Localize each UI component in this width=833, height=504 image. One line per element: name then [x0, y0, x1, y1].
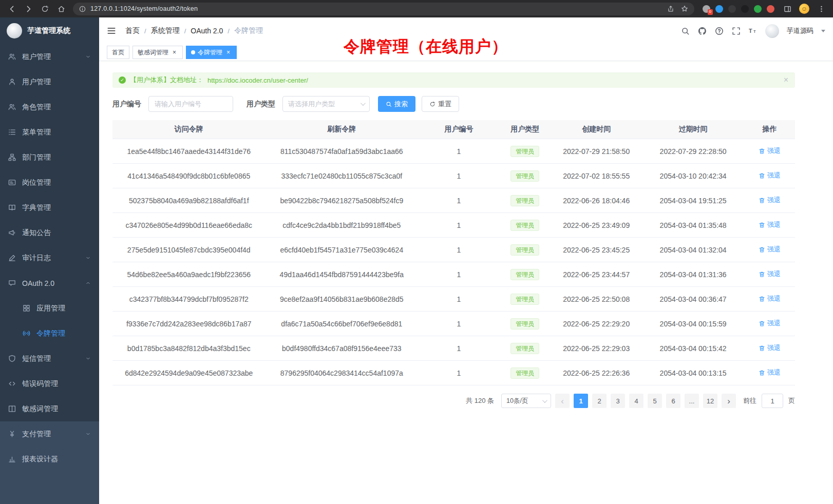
table-row: f9336e7c7dd242a283ee98dc86b17a87dfa6c71a… — [112, 312, 795, 336]
breadcrumb-item[interactable]: 首页 — [125, 26, 140, 35]
user-name[interactable]: 芋道源码 — [787, 26, 813, 35]
extension-red-icon[interactable] — [767, 5, 774, 13]
sidebar-item-notice[interactable]: 通知公告 — [0, 220, 99, 245]
site-info-icon[interactable] — [79, 6, 86, 12]
app-logo[interactable]: 芋道管理系统 — [0, 17, 99, 44]
next-page-button[interactable] — [722, 394, 736, 408]
fullscreen-icon[interactable] — [732, 27, 741, 35]
bookmark-star-icon[interactable] — [681, 5, 688, 12]
user-id-input[interactable] — [148, 96, 233, 112]
breadcrumb-item[interactable]: OAuth 2.0 — [191, 27, 223, 35]
extension-dark-icon[interactable] — [728, 5, 736, 13]
browser-profile-avatar[interactable] — [799, 4, 809, 14]
user-type-cell: 管理员 — [500, 146, 551, 157]
question-icon[interactable] — [715, 27, 724, 35]
force-logout-button[interactable]: 强退 — [759, 171, 781, 180]
browser-menu-icon[interactable] — [817, 4, 826, 13]
user-type-badge: 管理员 — [510, 367, 539, 379]
side-panel-icon[interactable] — [783, 4, 792, 13]
share-icon[interactable] — [667, 5, 674, 12]
tab-close-icon[interactable] — [171, 49, 178, 56]
force-logout-button[interactable]: 强退 — [759, 294, 781, 303]
page-size-select[interactable]: 10条/页 — [501, 394, 551, 408]
sidebar-item-role[interactable]: 角色管理 — [0, 94, 99, 120]
sidebar-item-menu[interactable]: 菜单管理 — [0, 120, 99, 145]
token-table: 访问令牌刷新令牌用户编号用户类型创建时间过期时间操作 1ea5e44f8bc14… — [112, 120, 795, 385]
force-logout-button[interactable]: 强退 — [759, 343, 781, 353]
page-button-1[interactable]: 1 — [574, 394, 588, 408]
view-tab-2[interactable]: 令牌管理 — [186, 46, 237, 59]
forward-icon[interactable] — [24, 4, 33, 13]
breadcrumb-item[interactable]: 系统管理 — [151, 26, 180, 35]
sidebar-item-label: 错误码管理 — [22, 379, 58, 389]
sidebar-item-audit-log[interactable]: 审计日志 — [0, 245, 99, 270]
sidebar-item-pay[interactable]: 支付管理 — [0, 421, 99, 447]
page-button-3[interactable]: 3 — [611, 394, 625, 408]
page-button-4[interactable]: 4 — [629, 394, 643, 408]
page-button-12[interactable]: 12 — [703, 394, 717, 408]
page-button-5[interactable]: 5 — [648, 394, 662, 408]
reset-button[interactable]: 重置 — [422, 96, 459, 112]
tab-close-icon[interactable] — [225, 49, 232, 56]
prev-page-button[interactable] — [555, 394, 570, 408]
doc-link[interactable]: https://doc.iocoder.cn/user-center/ — [207, 76, 308, 84]
sidebar-item-sms[interactable]: 短信管理 — [0, 346, 99, 371]
sidebar-item-oauth2-token[interactable]: 令牌管理 — [0, 321, 99, 346]
sidebar-item-sensitive-word[interactable]: 敏感词管理 — [0, 396, 99, 421]
list-icon — [8, 128, 16, 136]
force-logout-button[interactable]: 强退 — [759, 269, 781, 279]
table-row: c342377bf8b344799dcbf7bf095287f29ce8ef2a… — [112, 287, 795, 312]
action-cell: 强退 — [744, 196, 795, 205]
extension-black-icon[interactable] — [741, 5, 749, 13]
extension-blue-icon[interactable] — [715, 5, 723, 13]
force-logout-button[interactable]: 强退 — [759, 196, 781, 205]
user-id-cell: 1 — [418, 295, 500, 303]
page-button-2[interactable]: 2 — [592, 394, 607, 408]
sidebar-item-dept[interactable]: 部门管理 — [0, 145, 99, 170]
fontsize-icon[interactable]: TT — [749, 27, 758, 35]
view-tab-0[interactable]: 首页 — [107, 46, 129, 59]
expire-time-cell: 2054-03-10 20:42:34 — [642, 172, 744, 180]
filter-bar: 用户编号 用户类型 请选择用户类型 搜索 重置 — [112, 96, 795, 112]
sidebar-item-post[interactable]: 岗位管理 — [0, 170, 99, 195]
sidebar-item-oauth2[interactable]: OAuth 2.0 — [0, 270, 99, 296]
tab-label: 首页 — [112, 48, 124, 57]
view-tab-1[interactable]: 敏感词管理 — [132, 46, 183, 59]
user-avatar[interactable] — [765, 24, 779, 38]
sidebar-item-error-code[interactable]: 错误码管理 — [0, 371, 99, 396]
force-logout-button[interactable]: 强退 — [759, 146, 781, 156]
force-logout-button[interactable]: 强退 — [759, 319, 781, 328]
user-type-cell: 管理员 — [500, 269, 551, 280]
table-row: 54d6be82ee5a460a9aedc1f9bf22365649d1aa46… — [112, 262, 795, 287]
expire-time-cell: 2054-03-04 00:13:15 — [642, 369, 744, 377]
force-logout-button[interactable]: 强退 — [759, 368, 781, 377]
grid-icon — [23, 304, 31, 312]
more-pages-button[interactable]: ... — [685, 394, 699, 408]
github-icon[interactable] — [698, 27, 707, 35]
sidebar-item-oauth2-app[interactable]: 应用管理 — [0, 296, 99, 321]
home-icon[interactable] — [56, 4, 66, 13]
search-button[interactable]: 搜索 — [378, 96, 415, 112]
back-icon[interactable] — [7, 4, 16, 13]
force-logout-button[interactable]: 强退 — [759, 220, 781, 229]
search-icon[interactable] — [681, 27, 690, 35]
sidebar-item-dict[interactable]: 字典管理 — [0, 195, 99, 220]
extension-puzzle-icon[interactable]: 0 — [703, 5, 710, 13]
chevron-down-icon[interactable] — [821, 30, 825, 32]
user-type-badge: 管理员 — [510, 146, 539, 157]
collapse-sidebar-icon[interactable] — [107, 26, 116, 35]
expire-time-cell: 2054-03-04 01:31:36 — [642, 270, 744, 279]
address-bar[interactable]: 127.0.0.1:1024/system/oauth2/token — [73, 3, 694, 15]
alert-close-icon[interactable] — [784, 75, 788, 85]
reload-icon[interactable] — [40, 4, 49, 13]
goto-page-input[interactable] — [762, 394, 783, 408]
extension-green-icon[interactable] — [754, 5, 762, 13]
sidebar-item-report-designer[interactable]: 报表设计器 — [0, 447, 99, 472]
page-button-6[interactable]: 6 — [666, 394, 680, 408]
trash-icon — [759, 370, 765, 376]
sidebar-item-user[interactable]: 用户管理 — [0, 69, 99, 94]
force-logout-button[interactable]: 强退 — [759, 245, 781, 254]
sidebar-item-tenant[interactable]: 租户管理 — [0, 44, 99, 69]
app-title: 芋道管理系统 — [27, 26, 70, 35]
user-type-select[interactable]: 请选择用户类型 — [282, 96, 370, 112]
